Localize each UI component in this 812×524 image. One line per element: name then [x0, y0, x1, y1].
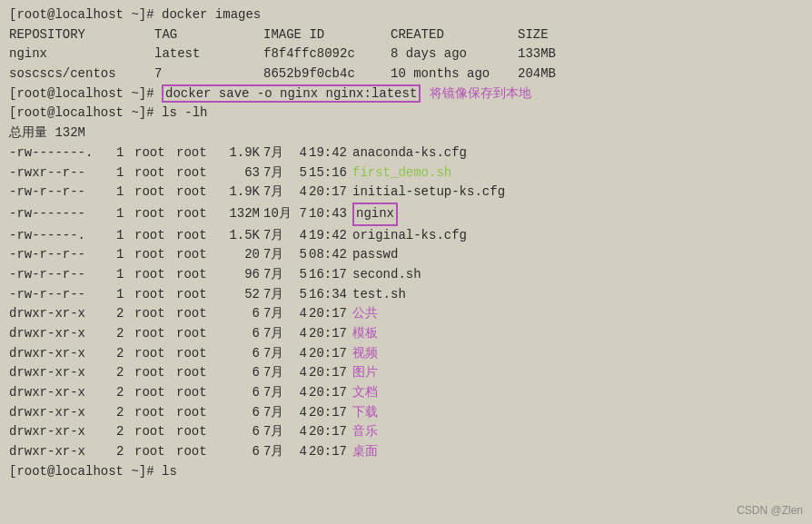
file-row: -rw-r--r--1 rootroot527月5 16:34test.sh [9, 285, 803, 305]
file-month: 7月 [263, 422, 287, 442]
file-time: 16:34 [309, 285, 351, 305]
file-day: 4 [289, 226, 307, 246]
file-month: 7月 [263, 226, 287, 246]
file-size: 6 [218, 422, 260, 442]
repo-nginx: nginx [9, 44, 154, 64]
command-line-1: [root@localhost ~]# docker images [9, 5, 803, 25]
file-size: 6 [218, 383, 260, 403]
file-perm: drwxr-xr-x [9, 304, 116, 324]
file-group: root [176, 285, 218, 305]
file-size: 6 [218, 304, 260, 324]
prompt-last: [root@localhost ~]# [9, 462, 154, 482]
file-time: 20:17 [309, 304, 351, 324]
file-day: 4 [289, 324, 307, 344]
command-line-2: [root@localhost ~]# docker save -o nginx… [9, 84, 803, 104]
file-time: 19:42 [309, 226, 351, 246]
cmd-1: docker images [154, 5, 262, 25]
file-name: 视频 [352, 344, 378, 364]
file-group: root [176, 403, 218, 423]
file-links: 2 [116, 422, 134, 442]
file-day: 4 [289, 442, 307, 462]
file-row: -rw-r--r--1 rootroot967月5 16:17second.sh [9, 265, 803, 285]
id-nginx: f8f4ffc8092c [263, 44, 391, 64]
file-perm: drwxr-xr-x [9, 403, 116, 423]
file-owner: root [134, 363, 176, 383]
file-row: drwxr-xr-x2 rootroot67月4 20:17视频 [9, 344, 803, 364]
watermark: CSDN @Zlen [737, 504, 803, 517]
file-size: 6 [218, 344, 260, 364]
file-month: 7月 [263, 245, 287, 265]
file-owner: root [134, 422, 176, 442]
file-perm: drwxr-xr-x [9, 363, 116, 383]
file-size: 20 [218, 245, 260, 265]
file-day: 4 [289, 183, 307, 203]
size-nginx: 133MB [518, 44, 556, 64]
images-header: REPOSITORY TAG IMAGE ID CREATED SIZE [9, 25, 803, 45]
file-links: 2 [116, 344, 134, 364]
file-links: 2 [116, 403, 134, 423]
prompt-3: [root@localhost ~]# [9, 104, 154, 124]
file-size: 63 [218, 163, 260, 183]
file-listing: -rw-------.1 rootroot1.9K7月4 19:42anacon… [9, 143, 803, 462]
file-size: 96 [218, 265, 260, 285]
file-perm: -rw-r--r-- [9, 285, 116, 305]
file-day: 4 [289, 422, 307, 442]
file-name: 下载 [352, 403, 378, 423]
file-name: 桌面 [352, 442, 378, 462]
file-group: root [176, 324, 218, 344]
file-perm: drwxr-xr-x [9, 442, 116, 462]
file-month: 7月 [263, 285, 287, 305]
file-group: root [176, 204, 218, 224]
file-name: 公共 [352, 304, 378, 324]
file-group: root [176, 265, 218, 285]
file-time: 20:17 [309, 403, 351, 423]
file-links: 1 [116, 204, 134, 224]
file-day: 5 [289, 265, 307, 285]
created-nginx: 8 days ago [391, 44, 518, 64]
cmd-2: docker save -o nginx nginx:latest [154, 84, 421, 104]
file-day: 4 [289, 143, 307, 163]
file-perm: drwxr-xr-x [9, 422, 116, 442]
file-owner: root [134, 442, 176, 462]
file-day: 5 [289, 245, 307, 265]
file-group: root [176, 163, 218, 183]
file-name: 文档 [352, 383, 378, 403]
file-size: 1.9K [218, 143, 260, 163]
file-owner: root [134, 183, 176, 203]
file-month: 7月 [263, 183, 287, 203]
file-links: 1 [116, 226, 134, 246]
file-size: 6 [218, 442, 260, 462]
file-group: root [176, 226, 218, 246]
file-group: root [176, 304, 218, 324]
file-row: -rw------.1 rootroot1.5K7月4 19:42origina… [9, 226, 803, 246]
file-size: 6 [218, 324, 260, 344]
file-links: 2 [116, 324, 134, 344]
file-row: -rw-r--r--1 rootroot207月5 08:42passwd [9, 245, 803, 265]
file-links: 2 [116, 442, 134, 462]
file-name: anaconda-ks.cfg [352, 143, 467, 163]
file-month: 7月 [263, 344, 287, 364]
file-row: drwxr-xr-x2 rootroot67月4 20:17公共 [9, 304, 803, 324]
file-month: 7月 [263, 383, 287, 403]
file-links: 2 [116, 383, 134, 403]
file-name: 模板 [352, 324, 378, 344]
file-links: 1 [116, 183, 134, 203]
terminal: [root@localhost ~]# docker images REPOSI… [0, 0, 812, 524]
cmd-3: ls -lh [154, 104, 208, 124]
file-row: drwxr-xr-x2 rootroot67月4 20:17图片 [9, 363, 803, 383]
tag-nginx: latest [154, 44, 263, 64]
file-time: 20:17 [309, 442, 351, 462]
file-day: 5 [289, 163, 307, 183]
file-group: root [176, 183, 218, 203]
size-centos: 204MB [518, 64, 556, 84]
file-owner: root [134, 383, 176, 403]
file-size: 1.9K [218, 183, 260, 203]
file-owner: root [134, 344, 176, 364]
docker-save-cmd: docker save -o nginx nginx:latest [162, 84, 421, 103]
file-month: 7月 [263, 304, 287, 324]
file-group: root [176, 245, 218, 265]
file-links: 1 [116, 245, 134, 265]
file-time: 20:17 [309, 324, 351, 344]
file-group: root [176, 422, 218, 442]
file-name: passwd [352, 245, 398, 265]
